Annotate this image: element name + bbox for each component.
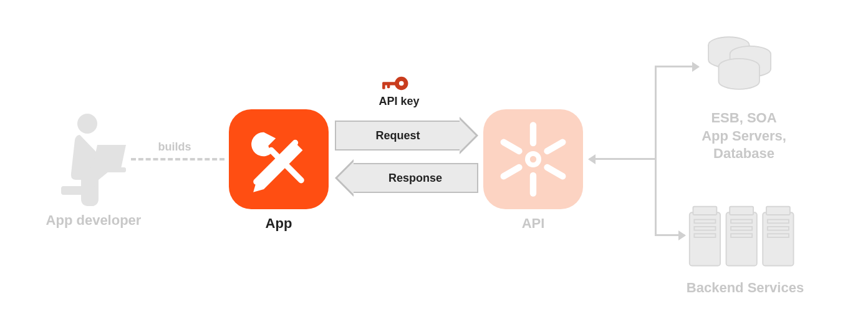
svg-rect-13 (542, 163, 567, 181)
app-node (229, 109, 329, 209)
api-key-label: API key (362, 95, 436, 108)
tools-icon (241, 122, 316, 197)
svg-rect-7 (382, 84, 385, 89)
response-arrow: Response (335, 162, 478, 194)
api-label: API (483, 215, 583, 232)
svg-rect-11 (530, 122, 536, 146)
svg-rect-21 (693, 207, 716, 215)
backend-description: ESB, SOA App Servers, Database (678, 109, 809, 163)
svg-rect-31 (766, 207, 790, 215)
svg-point-0 (77, 114, 97, 134)
svg-point-5 (399, 81, 404, 86)
svg-rect-33 (768, 227, 789, 230)
key-icon (380, 75, 409, 94)
backend-services-label: Backend Services (673, 280, 817, 296)
svg-rect-29 (731, 234, 752, 237)
svg-rect-23 (694, 227, 715, 230)
svg-rect-12 (542, 138, 567, 156)
request-arrow-label: Request (375, 129, 420, 142)
api-to-branch-connector (589, 158, 655, 160)
response-arrow-label: Response (388, 172, 442, 185)
svg-rect-3 (90, 167, 126, 172)
branch-vertical (655, 66, 657, 234)
svg-rect-1 (61, 186, 96, 195)
svg-rect-28 (731, 227, 752, 230)
svg-rect-8 (387, 84, 390, 88)
backend-desc-line3: Database (713, 146, 774, 161)
svg-rect-32 (768, 220, 789, 224)
svg-rect-27 (731, 220, 752, 224)
svg-rect-34 (768, 234, 789, 237)
hub-icon (493, 119, 574, 200)
backend-desc-line1: ESB, SOA (711, 110, 776, 126)
branch-to-db-connector (655, 66, 698, 67)
developer-label: App developer (37, 212, 150, 229)
svg-rect-24 (694, 234, 715, 237)
app-label: App (229, 215, 329, 232)
branch-to-servers-connector (655, 234, 685, 236)
developer-icon (61, 112, 130, 206)
api-node (483, 109, 583, 209)
svg-rect-15 (499, 163, 524, 181)
builds-label: builds (150, 141, 200, 154)
request-arrow: Request (335, 120, 478, 151)
builds-connector (131, 158, 224, 160)
svg-rect-2 (86, 194, 95, 206)
svg-rect-14 (530, 172, 536, 197)
servers-icon (687, 200, 799, 275)
svg-rect-26 (730, 207, 753, 215)
backend-desc-line2: App Servers, (702, 128, 786, 144)
database-icon (706, 32, 774, 95)
svg-rect-22 (694, 220, 715, 224)
svg-point-10 (530, 156, 536, 162)
svg-rect-16 (499, 138, 524, 156)
